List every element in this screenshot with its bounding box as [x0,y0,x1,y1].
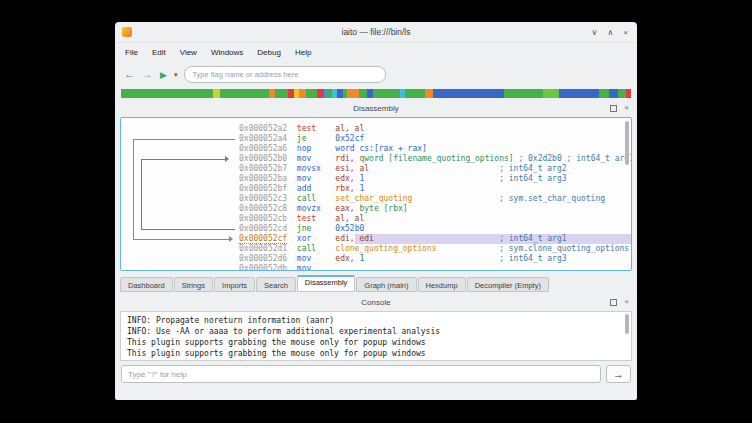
disasm-mnemonic: call [297,194,316,203]
disasm-row[interactable]: 0x000052bf add rbx, 1 [239,184,631,194]
disasm-operand: 1 [359,254,364,263]
disasm-address: 0x000052cb [239,214,287,223]
tab-graph-main[interactable]: Graph (main) [356,277,416,292]
seekbar-segment [275,89,288,98]
disasm-operand: qword [filename_quoting_options] [359,154,513,163]
float-icon[interactable] [610,299,617,306]
disasm-address: 0x000052c3 [239,194,287,203]
minimize-icon[interactable]: ∨ [592,28,598,37]
seekbar-segment [599,89,609,98]
disasm-row[interactable]: 0x000052a2 test al, al [239,124,631,134]
disasm-address: 0x000052a2 [239,124,287,133]
disassembly-scrollbar[interactable] [625,121,629,165]
console-scrollbar[interactable] [625,314,629,334]
tab-strings[interactable]: Strings [174,277,213,292]
seekbar-segment [626,89,631,98]
search-input[interactable] [184,66,386,83]
disasm-row[interactable]: 0x000052c3 call set_char_quoting ; sym.s… [239,194,631,204]
seekbar-segment [425,89,433,98]
back-icon[interactable]: ← [124,69,135,80]
tab-decompiler-empty[interactable]: Decompiler (Empty) [467,277,549,292]
disasm-operand: byte [rbx] [359,204,407,213]
menu-item-view[interactable]: View [173,46,204,59]
disasm-row[interactable]: 0x000052ba mov edx, 1 ; int64_t arg3 [239,174,631,184]
disasm-mnemonic: nop [297,144,311,153]
play-icon[interactable]: ▶ [160,70,167,80]
console-dock-header: Console × [115,295,637,309]
disasm-address: 0x000052bf [239,184,287,193]
close-icon[interactable]: × [623,28,628,37]
disasm-mnemonic: call [297,244,316,253]
console-line: INFO: Propagate noreturn information (aa… [127,315,625,326]
toolbar: ← → ▶ ▾ [115,61,637,88]
disasm-comment: ; int64_t arg1 [499,234,566,243]
disasm-mnemonic: test [297,214,316,223]
disasm-address: 0x000052c8 [239,204,287,213]
disasm-mnemonic: mov [297,254,311,263]
menu-item-help[interactable]: Help [288,46,318,59]
console-send-button[interactable]: → [606,365,631,383]
disasm-mnemonic: movzx [297,204,321,213]
disasm-row[interactable]: 0x000052db mov [239,264,631,271]
seekbar-segment [618,89,626,98]
disasm-row[interactable]: 0x000052b0 mov rdi, qword [filename_quot… [239,154,631,164]
disasm-row[interactable]: 0x000052d1 call clone_quoting_options ; … [239,244,631,254]
disasm-address: 0x000052d1 [239,244,287,253]
console-output: INFO: Propagate noreturn information (aa… [120,311,632,361]
menu-item-file[interactable]: File [118,46,145,59]
disasm-mnemonic: mov [297,154,311,163]
disasm-row[interactable]: 0x000052cd jne 0x52b0 [239,224,631,234]
console-input[interactable] [121,365,601,383]
tab-search[interactable]: Search [256,277,296,292]
seek-bar[interactable] [121,89,631,98]
disassembly-view[interactable]: 0x000052a2 test al, al0x000052a4 je 0x52… [120,117,632,271]
disasm-comment: ; int64_t arg3 [499,254,566,263]
disasm-operand: word cs:[rax + rax] [335,144,427,153]
menu-item-debug[interactable]: Debug [250,46,288,59]
chevron-down-icon[interactable]: ▾ [174,71,178,79]
disasm-row[interactable]: 0x000052cb test al, al [239,214,631,224]
disasm-comment: ; 0x2d2b0 ; int64_t arg1 [518,154,632,163]
seekbar-segment [359,89,367,98]
disasm-row[interactable]: 0x000052cf xor edi, edi ; int64_t arg1 [239,234,631,244]
disasm-operand: clone_quoting_options [335,244,436,253]
seekbar-segment [543,89,559,98]
disasm-row[interactable]: 0x000052d6 mov edx, 1 ; int64_t arg3 [239,254,631,264]
disasm-comment: ; int64_t arg2 [499,164,566,173]
dock-close-icon[interactable]: × [624,298,629,306]
title-bar[interactable]: iaito — file:///bin/ls ∨ ∧ × [115,22,637,43]
disasm-operand: esi, al [335,164,369,173]
window-controls: ∨ ∧ × [592,28,637,37]
disasm-mnemonic: test [297,124,316,133]
tab-bar: DashboardStringsImportsSearchDisassembly… [120,275,637,292]
seekbar-segment [504,89,543,98]
disasm-mnemonic: mov [297,174,311,183]
dock-close-icon[interactable]: × [624,104,629,112]
disasm-address: 0x000052a4 [239,134,287,143]
tab-hexdump[interactable]: Hexdump [418,277,466,292]
forward-icon[interactable]: → [142,69,153,80]
disasm-operand: rbx, [335,184,359,193]
console-line: INFO: Use -AA or aaaa to perform additio… [127,326,625,337]
disasm-address: 0x000052a6 [239,144,287,153]
disasm-operand: 1 [359,174,364,183]
disasm-row[interactable]: 0x000052b7 movsx esi, al ; int64_t arg2 [239,164,631,174]
seekbar-segment [220,89,269,98]
menu-item-windows[interactable]: Windows [204,46,250,59]
seekbar-segment [559,89,599,98]
tab-dashboard[interactable]: Dashboard [120,277,173,292]
disasm-row[interactable]: 0x000052c8 movzx eax, byte [rbx] [239,204,631,214]
disasm-operand: edi, edi [335,234,374,243]
disasm-operand: edx, [335,174,359,183]
tab-imports[interactable]: Imports [214,277,255,292]
seekbar-segment [347,89,358,98]
disasm-row[interactable]: 0x000052a6 nop word cs:[rax + rax] [239,144,631,154]
tab-disassembly[interactable]: Disassembly [297,275,356,292]
float-icon[interactable] [610,105,617,112]
disasm-mnemonic: xor [297,234,311,243]
disasm-row[interactable]: 0x000052a4 je 0x52cf [239,134,631,144]
console-line: This plugin supports grabbing the mouse … [127,348,625,359]
maximize-icon[interactable]: ∧ [607,28,613,37]
disasm-operand: 0x52cf [335,134,364,143]
menu-item-edit[interactable]: Edit [145,46,173,59]
